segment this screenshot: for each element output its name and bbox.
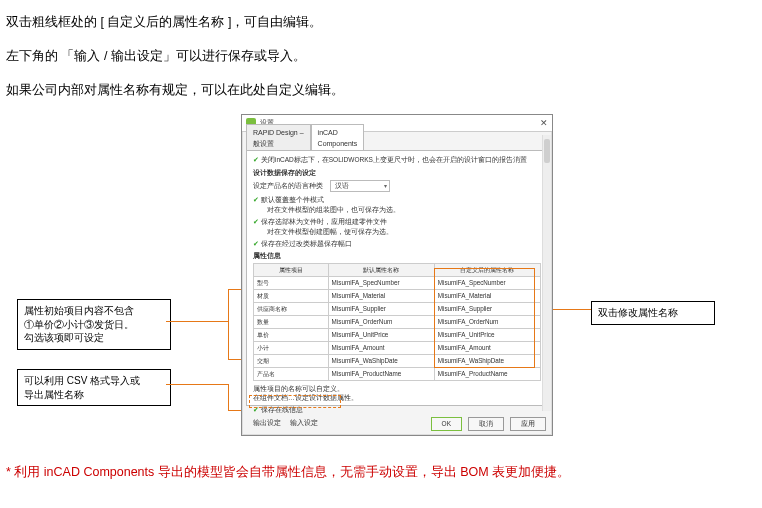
close-icon[interactable]: ✕ xyxy=(540,116,548,130)
lang-label: 设定产品名的语言种类 xyxy=(253,182,323,189)
footnote: * 利用 inCAD Components 导出的模型皆会自带属性信息，无需手动… xyxy=(6,462,756,482)
dialog-footer: OK 取消 应用 xyxy=(431,417,546,431)
save-online-checkbox[interactable]: 保存在线信息 xyxy=(253,405,541,415)
connector-l1-h xyxy=(166,321,228,322)
io-export-link[interactable]: 输出设定 xyxy=(253,419,281,426)
cell-default: MisumiFA_Amount xyxy=(328,341,434,354)
table-row: 型号MisumiFA_SpecNumberMisumiFA_SpecNumber xyxy=(254,276,541,289)
paragraph-3: 如果公司内部对属性名称有规定，可以在此处自定义编辑。 xyxy=(6,80,756,100)
callout-right: 双击修改属性名称 xyxy=(591,301,715,325)
rows-hint: 属性项目的名称可以自定义。 xyxy=(253,384,541,393)
cell-default: MisumiFA_UnitPrice xyxy=(328,328,434,341)
opt2a[interactable]: 保存选部林为文件时，应用组建零件文件 xyxy=(253,217,541,227)
cell-default: MisumiFA_SpecNumber xyxy=(328,276,434,289)
table-row: 交期MisumiFA_WaShipDateMisumiFA_WaShipDate xyxy=(254,355,541,368)
dialog-tabs: RAPiD Design – 般设置 inCAD Components xyxy=(242,132,552,150)
cell-custom[interactable]: MisumiFA_SpecNumber xyxy=(434,276,540,289)
cell-custom[interactable]: MisumiFA_Supplier xyxy=(434,302,540,315)
callout-left-1-line1: 属性初始项目内容不包含 xyxy=(24,304,164,318)
dialog-sheet: 关闭inCAD标志下，在SOLIDWORKS上变更尺寸时，也会在开启的设计窗口的… xyxy=(246,150,548,406)
tab2-line2: Components xyxy=(318,138,358,149)
cell-item: 材质 xyxy=(254,289,329,302)
table-row: 数量MisumiFA_OrderNumMisumiFA_OrderNum xyxy=(254,315,541,328)
section-save-settings: 设计数据保存的设定 xyxy=(253,168,541,177)
cell-custom[interactable]: MisumiFA_Material xyxy=(434,289,540,302)
callout-left-2: 可以利用 CSV 格式导入或 导出属性名称 xyxy=(17,369,171,406)
table-row: 材质MisumiFA_MaterialMisumiFA_Material xyxy=(254,289,541,302)
table-row: 供应商名称MisumiFA_SupplierMisumiFA_Supplier xyxy=(254,302,541,315)
tab1-line2: 般设置 xyxy=(253,138,304,149)
cell-default: MisumiFA_OrderNum xyxy=(328,315,434,328)
ok-button[interactable]: OK xyxy=(431,417,462,431)
cell-item: 交期 xyxy=(254,355,329,368)
callout-left-1-line3: 勾选该项即可设定 xyxy=(24,331,164,345)
tab2-line1: inCAD xyxy=(318,127,358,138)
paragraph-2: 左下角的 「输入 / 输出设定」可以进行保存或导入。 xyxy=(6,46,756,66)
callout-right-line1: 双击修改属性名称 xyxy=(598,306,708,320)
cell-item: 数量 xyxy=(254,315,329,328)
callout-left-2-line1: 可以利用 CSV 格式导入或 xyxy=(24,374,164,388)
cell-default: MisumiFA_ProductName xyxy=(328,368,434,381)
opt1b: 对在文件模型的组装图中，也可保存为选。 xyxy=(253,205,541,214)
cell-custom[interactable]: MisumiFA_ProductName xyxy=(434,368,540,381)
callout-left-1-line2: ①单价②小计③发货日。 xyxy=(24,318,164,332)
section-properties: 属性信息 xyxy=(253,251,541,260)
cell-custom[interactable]: MisumiFA_Amount xyxy=(434,341,540,354)
table-row: 产品名MisumiFA_ProductNameMisumiFA_ProductN… xyxy=(254,368,541,381)
tab1-line1: RAPiD Design – xyxy=(253,127,304,138)
io-import-link[interactable]: 输入设定 xyxy=(290,419,318,426)
opt1a[interactable]: 默认覆盖整个件模式 xyxy=(253,195,541,205)
vertical-scrollbar[interactable] xyxy=(542,135,551,411)
figure: 属性初始项目内容不包含 ①单价②小计③发货日。 勾选该项即可设定 可以利用 CS… xyxy=(11,114,751,444)
th-custom: 自定义后的属性名称 xyxy=(434,263,540,276)
cell-custom[interactable]: MisumiFA_UnitPrice xyxy=(434,328,540,341)
settings-dialog: 设置 ✕ RAPiD Design – 般设置 inCAD Components… xyxy=(241,114,553,436)
cell-default: MisumiFA_WaShipDate xyxy=(328,355,434,368)
paragraph-1: 双击粗线框处的 [ 自定义后的属性名称 ]，可自由编辑。 xyxy=(6,12,756,32)
cell-item: 产品名 xyxy=(254,368,329,381)
cell-item: 型号 xyxy=(254,276,329,289)
tab-incad-components[interactable]: inCAD Components xyxy=(311,124,365,151)
table-row: 单价MisumiFA_UnitPriceMisumiFA_UnitPrice xyxy=(254,328,541,341)
scrollbar-thumb[interactable] xyxy=(544,139,550,163)
cell-custom[interactable]: MisumiFA_OrderNum xyxy=(434,315,540,328)
cell-item: 小计 xyxy=(254,341,329,354)
table-header: 属性项目 默认属性名称 自定义后的属性名称 xyxy=(254,263,541,276)
connector-l2-h xyxy=(166,384,228,385)
cancel-button[interactable]: 取消 xyxy=(468,417,504,431)
property-table: 属性项目 默认属性名称 自定义后的属性名称 型号MisumiFA_SpecNum… xyxy=(253,263,541,382)
cell-default: MisumiFA_Supplier xyxy=(328,302,434,315)
connector-l1-v xyxy=(228,289,229,359)
rows-hint2: 在组件文档…设定设计数据属性。 xyxy=(253,393,541,402)
opt2b: 对在文件模型创建图幅，便可保存为选。 xyxy=(253,227,541,236)
lang-row: 设定产品名的语言种类 汉语 xyxy=(253,180,541,192)
lang-select[interactable]: 汉语 xyxy=(330,180,390,192)
callout-left-1: 属性初始项目内容不包含 ①单价②小计③发货日。 勾选该项即可设定 xyxy=(17,299,171,350)
callout-left-2-line2: 导出属性名称 xyxy=(24,388,164,402)
cell-custom[interactable]: MisumiFA_WaShipDate xyxy=(434,355,540,368)
table-row: 小计MisumiFA_AmountMisumiFA_Amount xyxy=(254,341,541,354)
tab-rapid-design[interactable]: RAPiD Design – 般设置 xyxy=(246,124,311,151)
cell-item: 供应商名称 xyxy=(254,302,329,315)
opt3[interactable]: 保存在经过改类标题保存幅口 xyxy=(253,239,541,249)
banner-checkbox[interactable]: 关闭inCAD标志下，在SOLIDWORKS上变更尺寸时，也会在开启的设计窗口的… xyxy=(253,155,541,165)
th-item: 属性项目 xyxy=(254,263,329,276)
apply-button[interactable]: 应用 xyxy=(510,417,546,431)
cell-item: 单价 xyxy=(254,328,329,341)
connector-l2-v xyxy=(228,384,229,410)
th-default: 默认属性名称 xyxy=(328,263,434,276)
cell-default: MisumiFA_Material xyxy=(328,289,434,302)
